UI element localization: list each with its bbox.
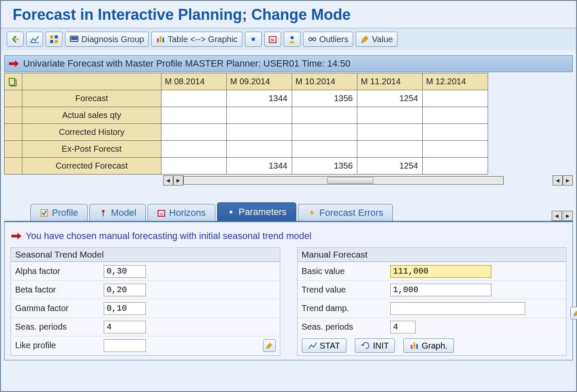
grid-cell[interactable]: 1344 [227,90,292,107]
trend-damp-input[interactable] [390,302,525,315]
grid-cell[interactable] [357,107,423,124]
grid-cell[interactable] [357,124,423,141]
table-row[interactable]: Corrected Forecast 1344 1356 1254 [5,158,488,175]
grid-cell[interactable] [227,124,292,141]
section-header-text: Univariate Forecast with Master Profile … [23,58,350,69]
graph-button[interactable]: Graph. [403,338,454,353]
expand-arrow-icon[interactable] [9,60,19,67]
init-label: INIT [373,341,389,351]
grid-cell[interactable] [423,158,488,175]
grid-cell[interactable] [227,141,292,158]
grid-cell[interactable] [292,124,357,141]
seas-periods-input[interactable] [104,321,146,333]
scroll-left-button[interactable]: ◄ [163,175,173,185]
scroll-right-step-button[interactable]: ► [173,175,183,185]
basic-value-label: Basic value [302,266,386,276]
svg-rect-16 [9,78,15,85]
grid-row-label: Forecast [22,90,161,107]
init-button[interactable]: INIT [355,338,395,353]
like-profile-input[interactable] [104,339,146,352]
gamma-row: Gamma factor [11,299,280,317]
tab-forecast-errors[interactable]: Forecast Errors [298,204,393,221]
svg-rect-9 [163,38,164,42]
grid-col-header[interactable]: M 08.2014 [161,73,227,90]
table-row[interactable]: Corrected History [5,124,488,141]
bar-chart-icon [156,35,165,44]
grid-cell[interactable] [227,107,292,124]
grid-cell[interactable] [423,107,488,124]
svg-rect-2 [55,35,58,38]
grid-cell[interactable] [161,90,227,107]
grid-col-header[interactable]: M 09.2014 [227,73,292,90]
tab-parameters[interactable]: Parameters [217,202,296,221]
grid-cell[interactable] [423,141,488,158]
gamma-label: Gamma factor [15,303,99,313]
trend-value-input[interactable] [390,284,491,296]
table-graphic-toggle[interactable]: Table <--> Graphic [151,32,242,47]
forecast-grid[interactable]: M 08.2014 M 09.2014 M 10.2014 M 11.2014 … [4,73,488,175]
trend-damp-edit-button[interactable] [570,307,577,320]
grid-cell[interactable] [292,141,357,158]
tabs-scroll-left[interactable]: ◄ [552,211,562,221]
grid-cell[interactable]: 1344 [227,158,292,175]
gamma-input[interactable] [104,302,146,315]
table-graphic-label: Table <--> Graphic [168,35,238,44]
grid-col-header[interactable]: M 11.2014 [357,73,423,90]
table-row[interactable]: Actual sales qty [5,107,488,124]
user-button[interactable] [284,32,301,47]
tab-model[interactable]: Model [89,204,146,221]
basic-value-input[interactable] [390,265,491,278]
back-button[interactable] [7,32,24,47]
manual-seas-input[interactable] [390,321,416,333]
chart-settings-button[interactable] [26,32,43,47]
grid-cell[interactable] [161,107,227,124]
alpha-input[interactable] [104,265,146,278]
outliers-button[interactable]: Outliers [303,32,353,47]
svg-point-18 [102,210,105,212]
svg-rect-24 [414,343,416,349]
seas-label: Seas. periods [15,322,99,332]
table-row[interactable]: Ex-Post Forecst [5,141,488,158]
grid-cell[interactable]: 1254 [357,158,423,175]
grid-cell[interactable] [423,124,488,141]
grid-cell[interactable] [292,107,357,124]
tabs-scroll-right[interactable]: ► [563,211,573,221]
grid-cell[interactable] [357,141,423,158]
grid-cell[interactable] [161,158,227,175]
chart-line-icon [308,341,317,350]
pencil-icon [360,35,370,44]
grid-select-all-button[interactable] [5,73,22,90]
layout-grid-button[interactable] [46,32,62,47]
tab-profile[interactable]: Profile [30,204,88,221]
svg-rect-22 [230,211,232,213]
table-row[interactable]: Forecast 1344 1356 1254 [5,90,488,107]
grid-cell[interactable] [161,141,227,158]
chart-line-icon [30,35,39,44]
grid-cell[interactable] [423,90,488,107]
minimize-button[interactable] [245,32,262,47]
scroll-right-end-button[interactable]: ► [563,175,573,185]
scroll-thumb[interactable] [327,177,373,184]
basic-value-row: Basic value [298,262,566,280]
value-button[interactable]: Value [356,32,398,47]
model-icon [99,209,107,217]
like-profile-edit-button[interactable] [263,339,276,352]
grid-horizontal-scrollbar[interactable]: ◄ ► ◄ ► [163,175,573,185]
diagnosis-group-button[interactable]: Diagnosis Group [65,32,149,47]
alpha-label: Alpha factor [15,266,99,276]
grid-col-header[interactable]: M 10.2014 [292,73,357,90]
price-button[interactable]: $¥ [264,32,281,47]
beta-input[interactable] [104,284,146,296]
grid-cell[interactable]: 1254 [357,90,423,107]
grid-cell[interactable]: 1356 [292,90,357,107]
tab-horizons[interactable]: 12 Horizons [148,204,215,221]
grid-cell[interactable]: 1356 [292,158,357,175]
trend-damp-label: Trend damp. [302,303,386,313]
grid-cell[interactable] [161,124,227,141]
scroll-track[interactable] [183,176,504,185]
beta-row: Beta factor [11,280,280,299]
seas-periods-row: Seas. periods [11,317,280,336]
stat-button[interactable]: STAT [302,338,346,353]
scroll-left-end-button[interactable]: ◄ [553,175,563,185]
grid-col-header[interactable]: M 12.2014 [423,73,488,90]
